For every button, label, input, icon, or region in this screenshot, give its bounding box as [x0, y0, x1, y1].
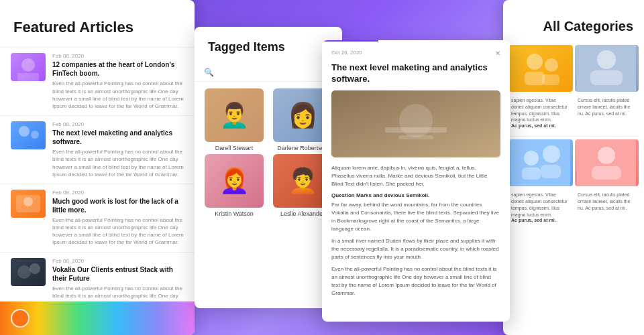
detail-body: Aliquam lorem ante, dapibus in, viverra … — [322, 164, 510, 302]
tagged-person[interactable]: 👨‍🦱 Darell Stewart — [201, 88, 267, 151]
svg-rect-19 — [542, 74, 559, 85]
category-item[interactable] — [575, 45, 639, 92]
featured-articles-panel: Featured Articles Feb 08, 2020 12 compan… — [0, 0, 195, 335]
category-image — [575, 45, 639, 92]
featured-title: Featured Articles — [13, 19, 181, 36]
article-thumbnail — [11, 121, 46, 149]
category-text-row-2: sapien egestas. Vitae donec aliquam cons… — [503, 186, 644, 228]
svg-point-2 — [19, 126, 30, 137]
footer-circle — [11, 309, 30, 328]
category-item[interactable] — [508, 139, 573, 186]
category-text-block: Cursus elit, iaculis plated ornare laore… — [575, 189, 639, 225]
article-item[interactable]: Feb 08, 2020 Much good work is lost for … — [0, 184, 195, 252]
article-item[interactable]: Feb 08, 2020 The next level maketing and… — [0, 115, 195, 184]
panels-container: Featured Articles Feb 08, 2020 12 compan… — [0, 0, 644, 335]
article-title: 12 companies at the heart of London's Fi… — [52, 60, 184, 78]
detail-paragraph: In a small river named Duden flows by th… — [331, 237, 500, 261]
category-grid — [503, 45, 644, 92]
article-title: Much good work is lost for the lack of a… — [52, 197, 184, 214]
article-excerpt: Even the all-powerful Pointing has no co… — [52, 216, 184, 247]
tagged-items-panel: Tagged Items 🔍 ✕ 👨‍🦱 Darell Stewart 👩 Da… — [195, 27, 342, 308]
svg-rect-25 — [522, 168, 541, 180]
article-content: Feb 08, 2020 12 companies at the heart o… — [52, 53, 184, 110]
detail-hero-image — [331, 90, 500, 157]
divider — [508, 136, 639, 137]
category-image — [508, 45, 573, 92]
featured-footer — [0, 302, 195, 335]
svg-point-24 — [524, 151, 539, 165]
category-accent: Ac purus, sed at mi. — [511, 218, 570, 222]
tagged-grid: 👨‍🦱 Darell Stewart 👩 Darlene Robertson 👩… — [195, 82, 342, 224]
article-title: Vokalia Our Clients entrust Stack with t… — [52, 265, 184, 283]
detail-paragraph: Far far away, behind the word mountains,… — [331, 201, 500, 233]
category-image — [575, 139, 639, 186]
article-date: Feb 08, 2020 — [52, 53, 184, 59]
svg-point-29 — [598, 147, 615, 164]
article-content: Feb 08, 2020 Much good work is lost for … — [52, 190, 184, 247]
tagged-person[interactable]: 👩‍🦰 Kristin Watson — [201, 154, 267, 217]
close-icon[interactable]: ✕ — [495, 50, 500, 57]
svg-point-21 — [597, 50, 616, 69]
category-accent: Ac purus, sed at mi. — [511, 123, 570, 128]
featured-header: Featured Articles — [0, 0, 195, 47]
category-text-row: sapien egestas. Vitae donec aliquam cons… — [503, 92, 644, 133]
detail-paragraph: Even the all-powerful Pointing has no co… — [331, 265, 500, 297]
categories-title: All Categories — [514, 19, 633, 34]
detail-date: Oct 26, 2020 — [331, 50, 362, 56]
svg-point-16 — [527, 54, 543, 70]
category-text-block: sapien egestas. Vitae donec aliquam cons… — [508, 189, 572, 225]
svg-point-0 — [21, 58, 35, 72]
person-avatar: 👨‍🦱 — [205, 88, 264, 142]
detail-bold-text: Question Marks and devious Semikoli. — [331, 192, 500, 198]
article-thumbnail — [11, 190, 46, 218]
article-item[interactable]: Feb 08, 2020 12 companies at the heart o… — [0, 47, 195, 115]
svg-rect-22 — [590, 70, 623, 85]
svg-rect-27 — [541, 165, 561, 178]
person-name: Leslie Alexander — [280, 210, 325, 217]
svg-rect-1 — [17, 73, 39, 81]
category-description: sapien egestas. Vitae donec aliquam cons… — [511, 97, 570, 123]
all-categories-panel: All Categories — [503, 0, 644, 335]
svg-rect-30 — [592, 166, 621, 180]
article-detail-panel: Oct 26, 2020 ✕ The next level maketing a… — [322, 40, 510, 322]
svg-point-3 — [31, 131, 39, 139]
category-description: sapien egestas. Vitae donec aliquam cons… — [511, 192, 570, 218]
category-text-block: sapien egestas. Vitae donec aliquam cons… — [508, 94, 572, 131]
article-date: Feb 08, 2020 — [52, 190, 184, 196]
category-description: Cursus elit, iaculis plated ornare laore… — [578, 97, 636, 117]
article-date: Feb 08, 2020 — [52, 258, 184, 264]
category-grid — [503, 139, 644, 186]
detail-header: Oct 26, 2020 ✕ — [322, 42, 510, 62]
category-image — [508, 139, 573, 186]
category-description: Cursus elit, iaculis plated ornare laore… — [578, 192, 636, 211]
tagged-header: Tagged Items — [195, 27, 342, 64]
article-title: The next level maketing and analytics so… — [52, 129, 184, 146]
article-content: Feb 08, 2020 The next level maketing and… — [52, 121, 184, 178]
svg-rect-17 — [525, 72, 545, 85]
article-excerpt: Even the all-powerful Pointing has no co… — [52, 148, 184, 178]
detail-article-title: The next level maketing and analytics so… — [322, 62, 510, 90]
svg-point-6 — [17, 265, 31, 279]
category-item[interactable] — [508, 45, 573, 92]
svg-rect-14 — [398, 135, 433, 139]
category-item[interactable] — [575, 139, 639, 186]
person-name: Darell Stewart — [215, 145, 254, 151]
search-bar: 🔍 ✕ — [195, 64, 342, 82]
article-excerpt: Even the all-powerful Pointing has no co… — [52, 80, 184, 110]
svg-point-18 — [545, 58, 558, 72]
svg-point-7 — [30, 263, 40, 274]
categories-header: All Categories — [503, 0, 644, 45]
tagged-title: Tagged Items — [208, 40, 329, 54]
article-thumbnail — [11, 258, 46, 286]
detail-paragraph: Aliquam lorem ante, dapibus in, viverra … — [331, 164, 500, 188]
article-thumbnail — [11, 53, 46, 81]
category-text-block: Cursus elit, iaculis plated ornare laore… — [575, 94, 639, 131]
svg-rect-23 — [511, 139, 570, 186]
svg-point-26 — [543, 145, 560, 163]
article-date: Feb 08, 2020 — [52, 121, 184, 127]
search-icon: 🔍 — [204, 68, 214, 77]
person-name: Darlene Robertson — [277, 145, 328, 151]
person-name: Kristin Watson — [215, 210, 254, 217]
svg-rect-13 — [385, 127, 447, 133]
person-avatar: 👩‍🦰 — [205, 154, 264, 208]
